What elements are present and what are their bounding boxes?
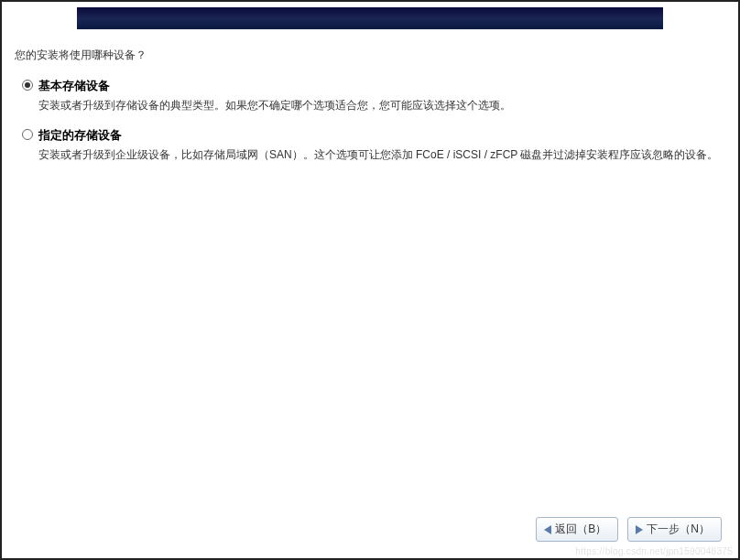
button-bar: 返回（B） 下一步（N） [536, 517, 722, 542]
option-basic-storage[interactable]: 基本存储设备 安装或者升级到存储设备的典型类型。如果您不确定哪个选项适合您，您可… [16, 78, 725, 114]
option-body: 指定的存储设备 安装或者升级到企业级设备，比如存储局域网（SAN）。这个选项可让… [38, 127, 725, 164]
next-button-label: 下一步（N） [647, 522, 710, 537]
storage-options: 基本存储设备 安装或者升级到存储设备的典型类型。如果您不确定哪个选项适合您，您可… [16, 78, 725, 164]
option-desc: 安装或者升级到企业级设备，比如存储局域网（SAN）。这个选项可让您添加 FCoE… [38, 146, 725, 164]
arrow-left-icon [544, 525, 551, 534]
option-title: 指定的存储设备 [38, 127, 725, 144]
option-title: 基本存储设备 [38, 78, 725, 94]
back-button[interactable]: 返回（B） [536, 517, 618, 542]
option-specified-storage[interactable]: 指定的存储设备 安装或者升级到企业级设备，比如存储局域网（SAN）。这个选项可让… [16, 127, 725, 164]
option-body: 基本存储设备 安装或者升级到存储设备的典型类型。如果您不确定哪个选项适合您，您可… [38, 78, 725, 114]
header-banner [77, 7, 663, 29]
main-content: 您的安装将使用哪种设备？ 基本存储设备 安装或者升级到存储设备的典型类型。如果您… [15, 48, 725, 177]
option-desc: 安装或者升级到存储设备的典型类型。如果您不确定哪个选项适合您，您可能应该选择这个… [38, 97, 725, 114]
arrow-right-icon [636, 525, 643, 534]
radio-wrap [16, 78, 38, 91]
page-question: 您的安装将使用哪种设备？ [15, 48, 725, 63]
radio-wrap [16, 127, 38, 140]
next-button[interactable]: 下一步（N） [627, 517, 722, 542]
watermark: https://blog.csdn.net/jpn1590048375 [575, 546, 733, 556]
back-button-label: 返回（B） [555, 522, 606, 537]
radio-specified-storage[interactable] [22, 129, 33, 140]
radio-basic-storage[interactable] [22, 80, 33, 91]
